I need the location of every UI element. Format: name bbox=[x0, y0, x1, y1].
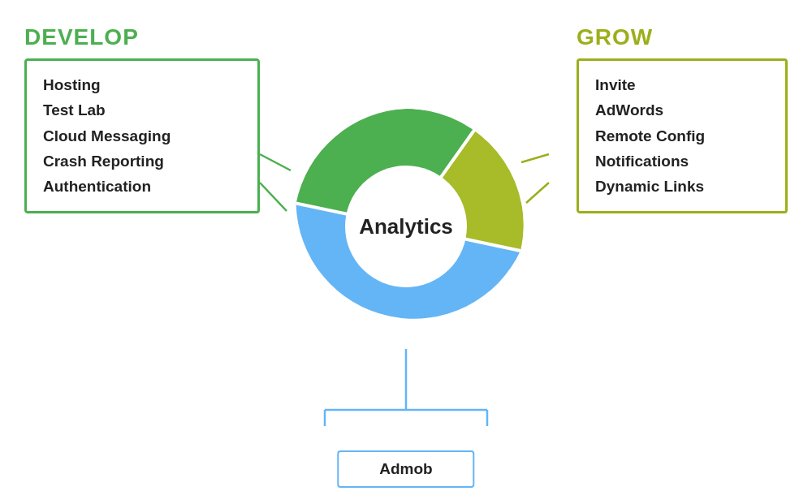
donut-chart: Analytics bbox=[284, 105, 528, 348]
main-container: DEVELOP Hosting Test Lab Cloud Messaging… bbox=[0, 0, 812, 504]
develop-item-authentication: Authentication bbox=[43, 174, 241, 199]
grow-item-dynamic-links: Dynamic Links bbox=[595, 174, 769, 199]
admob-label: Admob bbox=[379, 460, 432, 477]
grow-item-adwords: AdWords bbox=[595, 97, 769, 123]
donut-svg bbox=[284, 105, 528, 348]
develop-item-hosting: Hosting bbox=[43, 72, 241, 97]
develop-title: DEVELOP bbox=[24, 24, 260, 50]
develop-item-testlab: Test Lab bbox=[43, 97, 241, 123]
grow-panel: GROW Invite AdWords Remote Config Notifi… bbox=[577, 24, 788, 213]
admob-area: Admob bbox=[337, 418, 474, 488]
develop-item-crash-reporting: Crash Reporting bbox=[43, 149, 241, 174]
develop-box: Hosting Test Lab Cloud Messaging Crash R… bbox=[24, 58, 260, 213]
grow-item-invite: Invite bbox=[595, 72, 769, 97]
grow-item-remote-config: Remote Config bbox=[595, 123, 769, 149]
grow-item-notifications: Notifications bbox=[595, 149, 769, 174]
admob-box: Admob bbox=[337, 450, 474, 488]
develop-item-cloud-messaging: Cloud Messaging bbox=[43, 123, 241, 149]
grow-title: GROW bbox=[577, 24, 788, 50]
svg-line-1 bbox=[260, 183, 287, 211]
svg-line-3 bbox=[526, 183, 549, 203]
grow-box: Invite AdWords Remote Config Notificatio… bbox=[577, 58, 788, 213]
develop-panel: DEVELOP Hosting Test Lab Cloud Messaging… bbox=[24, 24, 260, 213]
